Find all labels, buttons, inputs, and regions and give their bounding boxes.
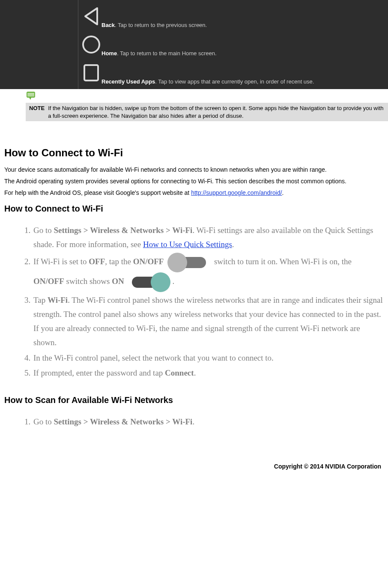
- note-body: NOTE If the Navigation bar is hidden, sw…: [26, 103, 388, 121]
- note-block: NOTE If the Navigation bar is hidden, sw…: [26, 103, 388, 121]
- wifi-p2: The Android operating system provides se…: [4, 177, 384, 185]
- svg-point-0: [83, 36, 99, 53]
- nav-bar-panel: Back. Tap to return to the previous scre…: [0, 0, 388, 89]
- nav-back-text: Back. Tap to return to the previous scre…: [101, 21, 207, 29]
- note-label: NOTE: [29, 104, 45, 119]
- wifi-step-3: Tap Wi-Fi. The Wi-Fi control panel shows…: [33, 293, 384, 350]
- wifi-subheading: How to Connect to Wi-Fi: [4, 203, 384, 215]
- note-text: If the Navigation bar is hidden, swipe u…: [48, 104, 385, 119]
- nav-row-recent: Recently Used Apps. Tap to view apps tha…: [81, 60, 385, 86]
- back-icon: [81, 3, 101, 29]
- document-content: How to Connect to Wi-Fi Your device scan…: [0, 121, 388, 437]
- quick-settings-link[interactable]: How to Use Quick Settings: [143, 240, 232, 249]
- copyright: Copyright © 2014 NVIDIA Corporation: [0, 437, 388, 478]
- nav-home-text: Home. Tap to return to the main Home scr…: [101, 50, 217, 57]
- toggle-on-icon: [128, 272, 170, 292]
- wifi-heading: How to Connect to Wi-Fi: [4, 146, 384, 160]
- wifi-step-4: In the Wi-Fi control panel, select the n…: [33, 351, 384, 365]
- note-icon: [26, 91, 36, 99]
- toggle-off-icon: [167, 253, 210, 272]
- nav-recent-text: Recently Used Apps. Tap to view apps tha…: [101, 78, 314, 86]
- wifi-step-1: Go to Settings > Wireless & Networks > W…: [33, 223, 384, 252]
- scan-heading: How to Scan for Available Wi-Fi Networks: [4, 394, 384, 406]
- home-icon: [81, 32, 101, 57]
- scan-steps: Go to Settings > Wireless & Networks > W…: [4, 415, 384, 429]
- recent-apps-icon: [81, 60, 101, 86]
- svg-rect-1: [84, 65, 98, 81]
- wifi-step-5: If prompted, enter the password and tap …: [33, 366, 384, 380]
- note-icon-wrap: [0, 89, 388, 103]
- google-support-link[interactable]: http://support.google.com/android/: [191, 189, 282, 196]
- wifi-p1: Your device scans automatically for avai…: [4, 166, 384, 174]
- dark-left-spacer: [0, 0, 78, 89]
- wifi-p3: For help with the Android OS, please vis…: [4, 189, 384, 197]
- wifi-step-2: If Wi-Fi is set to OFF, tap the ON/OFF s…: [33, 253, 384, 292]
- nav-row-back: Back. Tap to return to the previous scre…: [81, 3, 385, 29]
- wifi-steps: Go to Settings > Wireless & Networks > W…: [4, 223, 384, 380]
- nav-descriptions: Back. Tap to return to the previous scre…: [78, 0, 388, 89]
- nav-row-home: Home. Tap to return to the main Home scr…: [81, 32, 385, 57]
- scan-step-1: Go to Settings > Wireless & Networks > W…: [33, 415, 384, 429]
